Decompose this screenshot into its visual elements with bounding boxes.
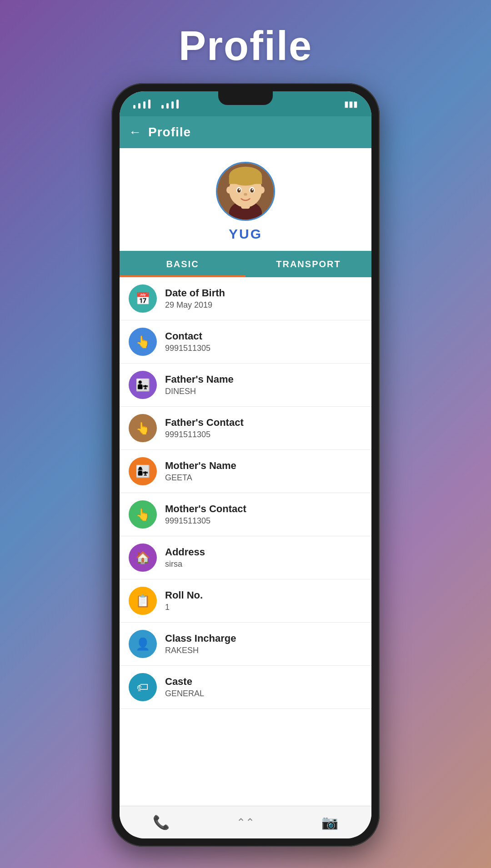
camera-icon[interactable]: 📷 bbox=[321, 814, 338, 830]
list-item-father_contact: 👆 Father's Contact 9991511305 bbox=[120, 407, 371, 450]
tab-basic[interactable]: BASIC bbox=[120, 251, 246, 277]
list-text-mother_name: Mother's Name GEETA bbox=[165, 460, 236, 483]
list-text-class_incharge: Class Incharge RAKESH bbox=[165, 633, 236, 655]
svg-point-9 bbox=[250, 188, 254, 193]
list-value-caste: GENERAL bbox=[165, 689, 204, 698]
list-icon-contact: 👆 bbox=[129, 328, 157, 356]
phone-screen: ▮▮▮ ← Profile bbox=[120, 91, 371, 838]
svg-point-14 bbox=[260, 187, 265, 194]
list-value-father_name: DINESH bbox=[165, 387, 234, 396]
list-icon-caste: 🏷 bbox=[129, 673, 157, 701]
list-text-father_contact: Father's Contact 9991511305 bbox=[165, 417, 244, 439]
list-item-mother_name: 👩‍👧 Mother's Name GEETA bbox=[120, 450, 371, 493]
list-label-father_contact: Father's Contact bbox=[165, 417, 244, 429]
list-text-caste: Caste GENERAL bbox=[165, 676, 204, 698]
battery-icon: ▮▮▮ bbox=[344, 99, 358, 109]
phone-notch bbox=[218, 91, 273, 105]
signal-bar-5 bbox=[161, 105, 164, 109]
list-value-dob: 29 May 2019 bbox=[165, 300, 225, 310]
signal-bar-7 bbox=[171, 101, 174, 109]
content-list: 📅 Date of Birth 29 May 2019 👆 Contact 99… bbox=[120, 277, 371, 806]
signal-bar-6 bbox=[166, 103, 169, 109]
list-label-dob: Date of Birth bbox=[165, 287, 225, 299]
list-item-contact: 👆 Contact 9991511305 bbox=[120, 320, 371, 364]
list-value-address: sirsa bbox=[165, 559, 205, 569]
signal-bar-8 bbox=[176, 100, 179, 109]
list-text-roll_no: Roll No. 1 bbox=[165, 589, 203, 612]
app-bar-title: Profile bbox=[148, 125, 191, 140]
list-value-father_contact: 9991511305 bbox=[165, 430, 244, 439]
avatar bbox=[216, 162, 275, 221]
signal-bar-1 bbox=[133, 105, 135, 109]
list-item-father_name: 👨‍👧 Father's Name DINESH bbox=[120, 364, 371, 407]
list-label-father_name: Father's Name bbox=[165, 374, 234, 385]
list-value-mother_name: GEETA bbox=[165, 473, 236, 483]
list-text-father_name: Father's Name DINESH bbox=[165, 374, 234, 396]
svg-point-11 bbox=[252, 189, 253, 190]
list-text-contact: Contact 9991511305 bbox=[165, 330, 210, 353]
svg-rect-5 bbox=[229, 176, 262, 184]
back-button[interactable]: ← bbox=[129, 125, 141, 140]
list-icon-mother_contact: 👆 bbox=[129, 500, 157, 529]
list-icon-father_name: 👨‍👧 bbox=[129, 371, 157, 399]
phone-icon[interactable]: 📞 bbox=[153, 814, 170, 830]
svg-point-8 bbox=[237, 188, 241, 193]
list-item-class_incharge: 👤 Class Incharge RAKESH bbox=[120, 623, 371, 666]
list-value-contact: 9991511305 bbox=[165, 344, 210, 353]
list-text-mother_contact: Mother's Contact 9991511305 bbox=[165, 503, 246, 526]
tab-bar: BASIC TRANSPORT bbox=[120, 251, 371, 277]
list-label-mother_contact: Mother's Contact bbox=[165, 503, 246, 515]
list-label-contact: Contact bbox=[165, 330, 210, 342]
page-title: Profile bbox=[179, 23, 312, 70]
svg-point-10 bbox=[239, 189, 240, 190]
signal-bars bbox=[133, 100, 179, 109]
list-item-mother_contact: 👆 Mother's Contact 9991511305 bbox=[120, 493, 371, 536]
signal-bar-4 bbox=[148, 100, 150, 109]
list-icon-roll_no: 📋 bbox=[129, 587, 157, 615]
list-label-roll_no: Roll No. bbox=[165, 589, 203, 601]
list-label-class_incharge: Class Incharge bbox=[165, 633, 236, 644]
profile-section: YUG bbox=[120, 148, 371, 251]
list-value-roll_no: 1 bbox=[165, 603, 203, 612]
list-item-dob: 📅 Date of Birth 29 May 2019 bbox=[120, 277, 371, 320]
home-icon[interactable]: ⌃⌃ bbox=[236, 816, 255, 829]
list-item-roll_no: 📋 Roll No. 1 bbox=[120, 579, 371, 623]
list-icon-class_incharge: 👤 bbox=[129, 630, 157, 658]
list-text-address: Address sirsa bbox=[165, 546, 205, 569]
list-icon-dob: 📅 bbox=[129, 284, 157, 313]
bottom-nav: 📞 ⌃⌃ 📷 bbox=[120, 806, 371, 838]
list-icon-address: 🏠 bbox=[129, 544, 157, 572]
list-icon-father_contact: 👆 bbox=[129, 414, 157, 442]
phone-shell: ▮▮▮ ← Profile bbox=[111, 83, 380, 847]
list-label-mother_name: Mother's Name bbox=[165, 460, 236, 472]
list-item-caste: 🏷 Caste GENERAL bbox=[120, 666, 371, 709]
list-item-address: 🏠 Address sirsa bbox=[120, 536, 371, 579]
app-bar: ← Profile bbox=[120, 116, 371, 148]
list-value-class_incharge: RAKESH bbox=[165, 646, 236, 655]
svg-point-13 bbox=[226, 187, 231, 194]
list-label-caste: Caste bbox=[165, 676, 204, 688]
list-text-dob: Date of Birth 29 May 2019 bbox=[165, 287, 225, 310]
svg-point-12 bbox=[244, 193, 247, 196]
tab-transport[interactable]: TRANSPORT bbox=[246, 251, 371, 277]
list-value-mother_contact: 9991511305 bbox=[165, 516, 246, 526]
signal-bar-2 bbox=[138, 103, 140, 109]
list-icon-mother_name: 👩‍👧 bbox=[129, 457, 157, 485]
signal-bar-3 bbox=[143, 101, 145, 109]
student-name: YUG bbox=[229, 226, 262, 242]
list-label-address: Address bbox=[165, 546, 205, 558]
